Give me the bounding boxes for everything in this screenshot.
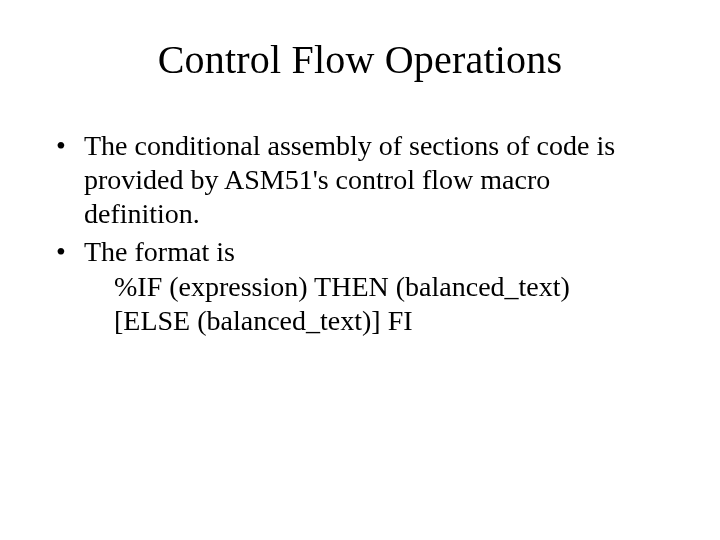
bullet-continuation: %IF (expression) THEN (balanced_text) xyxy=(84,270,650,304)
bullet-item: The format is %IF (expression) THEN (bal… xyxy=(54,235,650,337)
bullet-item: The conditional assembly of sections of … xyxy=(54,129,650,231)
bullet-list: The conditional assembly of sections of … xyxy=(54,129,650,338)
slide-body: The conditional assembly of sections of … xyxy=(0,129,720,338)
slide-title: Control Flow Operations xyxy=(0,36,720,83)
bullet-text: The format is xyxy=(84,236,235,267)
bullet-text: The conditional assembly of sections of … xyxy=(84,130,615,229)
slide: Control Flow Operations The conditional … xyxy=(0,36,720,540)
bullet-continuation: [ELSE (balanced_text)] FI xyxy=(84,304,650,338)
